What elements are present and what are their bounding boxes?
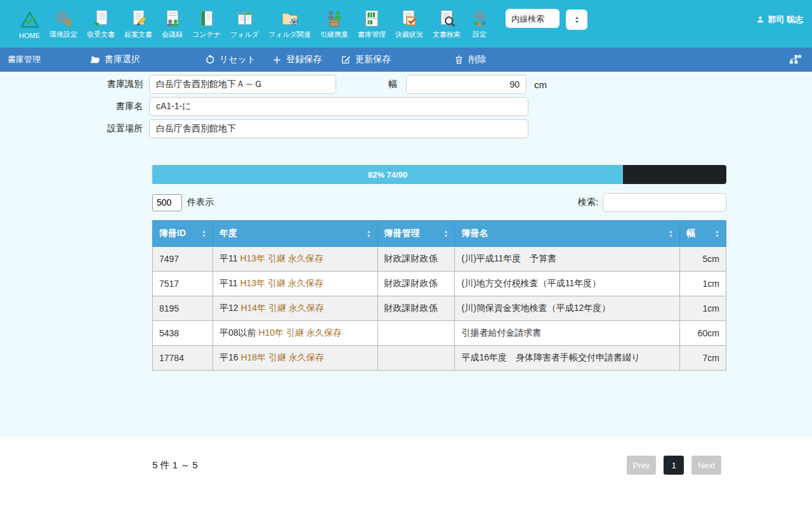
reset-icon (205, 55, 215, 65)
prev-page-button[interactable]: Prev (627, 456, 657, 475)
archive-name-input[interactable] (149, 97, 528, 116)
received-document-icon (91, 9, 110, 28)
extension-search-input[interactable] (506, 9, 560, 28)
nav-item-meeting-notes[interactable]: 会議録 (162, 9, 183, 39)
nav-item-folder[interactable]: フォルダ (230, 9, 259, 39)
sort-icon: ▲▼ (669, 229, 673, 239)
nav-label: 文書検索 (433, 30, 461, 39)
nav-item-received-docs[interactable]: 収受文書 (87, 9, 115, 39)
table-search-input[interactable] (603, 193, 726, 212)
table-row[interactable]: 8195 平12 H14年 引継 永久保存 財政課財政係 (川)簡保資金実地検査… (153, 296, 726, 321)
width-label: 幅 (336, 79, 406, 90)
capacity-progress-bar: 82% 74/90 (152, 165, 726, 184)
nav-item-approval-status[interactable]: 決裁状況 (395, 9, 423, 39)
cell-year: 平11 H13年 引継 永久保存 (213, 272, 377, 296)
archive-management-icon (362, 9, 381, 28)
cell-width: 1cm (679, 272, 726, 296)
form-row-location: 設置場所 (0, 119, 812, 138)
nav-label: 収受文書 (87, 30, 115, 39)
col-header-book-id[interactable]: 簿冊ID▲▼ (153, 221, 213, 247)
year-note: H13年 引継 永久保存 (240, 278, 323, 288)
trash-icon (454, 55, 464, 65)
cell-book-name: (川)地方交付税検査（平成11年度） (455, 272, 680, 296)
nav-item-folder-related[interactable]: フォルダ関連 (268, 9, 311, 39)
archive-identifier-input[interactable] (149, 75, 336, 94)
nav-item-settings[interactable]: 設定 (470, 9, 489, 39)
next-page-button[interactable]: Next (691, 456, 721, 475)
table-row[interactable]: 7517 平11 H13年 引継 永久保存 財政課財政係 (川)地方交付税検査（… (153, 272, 726, 296)
org-star-icon[interactable] (787, 51, 803, 70)
handover-disposal-icon (325, 9, 344, 28)
page-1-button[interactable]: 1 (664, 456, 684, 475)
nav-label: 書庫管理 (358, 30, 386, 39)
cell-dept (377, 346, 455, 371)
update-save-button[interactable]: 更新保存 (341, 54, 391, 65)
cell-dept (377, 321, 455, 346)
year-note: H13年 引継 永久保存 (240, 253, 323, 263)
nav-label: フォルダ関連 (268, 30, 311, 39)
cell-dept: 財政課財政係 (377, 272, 455, 296)
nav-item-home[interactable]: HOME (19, 11, 40, 39)
year-note: H14年 引継 永久保存 (240, 303, 324, 313)
col-header-year[interactable]: 年度▲▼ (213, 221, 377, 247)
list-controls: 件表示 検索: (152, 193, 726, 212)
cell-book-id: 17784 (153, 346, 213, 371)
width-input[interactable] (406, 75, 527, 94)
location-input[interactable] (149, 119, 528, 138)
nav-item-archive-management[interactable]: 書庫管理 (358, 9, 386, 39)
nav-label: HOME (19, 32, 40, 39)
meeting-notes-icon (163, 9, 182, 28)
table-row[interactable]: 17784 平16 H18年 引継 永久保存 平成16年度 身体障害者手帳交付申… (153, 346, 726, 371)
document-search-icon (437, 9, 456, 28)
main-nav-bar: HOME 環境設定 収受文書 起案文書 会議録 コンテナ フォルダ (0, 0, 812, 48)
footer: 5 件 1 ～ 5 Prev 1 Next (0, 438, 812, 521)
nav-label: 環境設定 (49, 30, 77, 39)
cell-width: 1cm (679, 296, 726, 321)
container-icon (197, 9, 216, 28)
select-archive-button[interactable]: 書庫選択 (90, 54, 140, 65)
cell-width: 5cm (679, 247, 726, 272)
nav-item-container[interactable]: コンテナ (192, 9, 221, 39)
col-header-book-name[interactable]: 簿冊名▲▼ (455, 221, 680, 247)
sort-icon: ▲▼ (444, 229, 449, 239)
table-row[interactable]: 5438 平08以前 H10年 引継 永久保存 引揚者給付金請求書 60cm (153, 321, 726, 346)
col-header-book-mgmt[interactable]: 簿冊管理▲▼ (377, 221, 455, 247)
nav-label: 会議録 (162, 30, 183, 39)
cell-book-id: 5438 (153, 321, 213, 346)
table-header-row: 簿冊ID▲▼ 年度▲▼ 簿冊管理▲▼ 簿冊名▲▼ 幅▲▼ (153, 221, 726, 247)
table-row[interactable]: 7497 平11 H13年 引継 永久保存 財政課財政係 (川)平成11年度 予… (153, 247, 726, 272)
nav-item-handover-disposal[interactable]: 引継廃棄 (320, 9, 348, 39)
year-note: H10年 引継 永久保存 (258, 327, 341, 338)
register-save-button[interactable]: 登録保存 (272, 54, 322, 65)
books-table: 簿冊ID▲▼ 年度▲▼ 簿冊管理▲▼ 簿冊名▲▼ 幅▲▼ 7497 平11 H1… (152, 220, 726, 371)
nav-item-draft-docs[interactable]: 起案文書 (124, 9, 152, 39)
draft-document-icon (129, 9, 148, 28)
page-title: 書庫管理 (8, 54, 41, 65)
col-header-width[interactable]: 幅▲▼ (679, 221, 726, 247)
folder-open-icon (90, 55, 100, 65)
approval-status-icon (400, 9, 419, 28)
table-search-label: 検索: (578, 197, 598, 208)
nav-label: 設定 (473, 30, 487, 39)
capacity-progress-fill: 82% 74/90 (152, 165, 623, 184)
year-note: H18年 引継 永久保存 (240, 352, 324, 362)
topbar-search-area (506, 9, 587, 39)
delete-button[interactable]: 削除 (454, 54, 486, 65)
cell-book-name: 平成16年度 身体障害者手帳交付申請書綴り (455, 346, 680, 371)
home-logo-icon (20, 11, 39, 30)
main-content: 書庫識別 幅 cm 書庫名 設置場所 82% 74/90 件表示 検索: 簿冊I… (0, 72, 812, 438)
search-scope-select[interactable] (566, 10, 587, 30)
archive-name-label: 書庫名 (0, 101, 149, 112)
up-down-arrows-icon (573, 15, 581, 25)
cell-book-name: (川)平成11年度 予算書 (455, 247, 680, 272)
reset-button[interactable]: リセット (205, 54, 256, 65)
user-menu[interactable]: 郡司 聡志 (756, 14, 803, 34)
cell-year: 平12 H14年 引継 永久保存 (213, 296, 377, 321)
nav-label: コンテナ (192, 30, 221, 39)
nav-item-env-settings[interactable]: 環境設定 (49, 9, 77, 39)
per-page-input[interactable] (152, 194, 182, 211)
archive-identifier-label: 書庫識別 (0, 79, 149, 90)
pagination: Prev 1 Next (627, 456, 721, 475)
folder-settings-icon (280, 9, 299, 28)
nav-item-document-search[interactable]: 文書検索 (433, 9, 461, 39)
